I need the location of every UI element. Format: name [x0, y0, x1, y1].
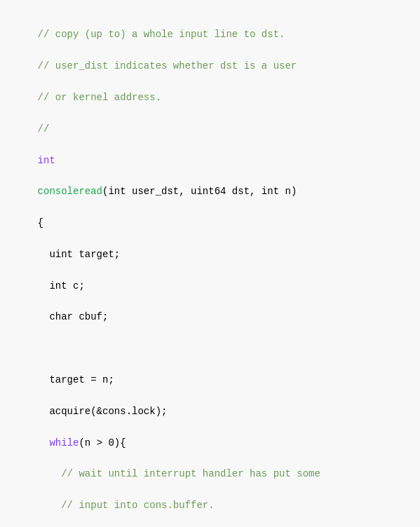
line-15: // input into cons.buffer.	[38, 500, 215, 511]
line-14: // wait until interrupt handler has put …	[38, 468, 320, 479]
line-10: char cbuf;	[38, 311, 109, 322]
line-9: int c;	[38, 280, 85, 292]
line-8: uint target;	[38, 249, 121, 260]
code-block: // copy (up to) a whole input line to ds…	[14, 11, 406, 527]
line-4: //	[38, 123, 50, 135]
line-1: // copy (up to) a whole input line to ds…	[38, 29, 285, 40]
line-13: while(n > 0){	[38, 437, 126, 449]
line-11: target = n;	[38, 374, 114, 385]
line-2: // user_dist indicates whether dst is a …	[38, 60, 297, 71]
line-7: {	[38, 217, 43, 228]
line-5: int	[38, 155, 55, 166]
line-6: consoleread(int user_dst, uint64 dst, in…	[38, 186, 297, 197]
line-3: // or kernel address.	[38, 92, 161, 103]
line-12: acquire(&cons.lock);	[38, 406, 168, 417]
code-container: // copy (up to) a whole input line to ds…	[0, 0, 420, 527]
